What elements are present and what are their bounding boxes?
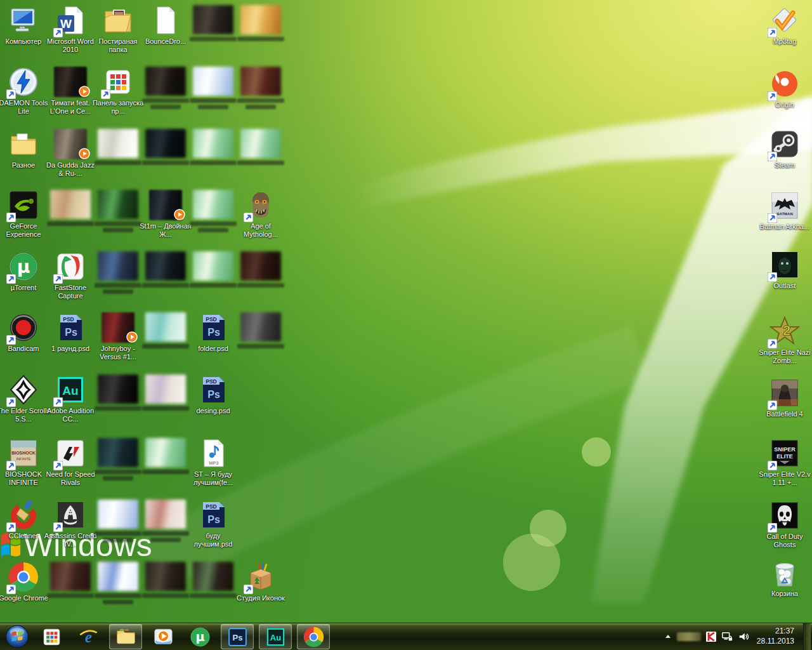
blurred-desktop-item[interactable] [91,438,145,481]
sniper-elite-v2[interactable]: SNIPERELITESniper Elite V2.v 1.11 +... [757,438,812,487]
blurred-desktop-item[interactable] [138,129,193,165]
timati-feat-lone-video-icon [54,67,87,97]
blurred-desktop-item[interactable] [91,562,145,604]
blurred-desktop-item[interactable] [233,251,288,288]
adobe-audition-cc[interactable]: AuAdobe Audition CC... [43,375,98,423]
show-desktop-button[interactable] [803,623,811,650]
utorrent-icon: µ [8,251,39,282]
blurred-desktop-item[interactable] [91,375,145,411]
batman-arkham[interactable]: BATMANBatman Arkha... [757,190,812,231]
johnyboy-versus-video[interactable]: Johnyboy - Versus #1... [91,312,145,361]
recycle-bin[interactable]: Корзина [757,557,812,598]
icon-label: ST – Я буду лучшим(fe... [186,470,240,487]
clock-date: 28.11.2013 [757,637,794,647]
blurred-desktop-item[interactable] [138,67,193,109]
sniper-elite-nazi-zombie-icon: 2 [769,316,800,347]
1-raund-psd[interactable]: PSDPs1 раунд.psd [43,312,98,353]
need-for-speed-rivals[interactable]: Need for Speed Rivals [43,438,98,487]
blurred-desktop-item[interactable] [186,67,240,109]
sniper-elite-v2-icon: SNIPERELITE [769,438,800,468]
blurred-desktop-item[interactable] [233,129,288,165]
icon-label: FastStone Capture [43,284,98,300]
volume-icon[interactable] [738,631,749,642]
blurred-icon-label [246,105,276,109]
da-gudda-jazz-video[interactable]: Da Gudda Jazz & Ru-... [43,129,98,178]
st1m-dvoinaya-video-icon [149,190,182,220]
blurred-thumbnail-icon [50,562,91,591]
blurred-thumbnail [50,190,91,219]
blurred-desktop-item[interactable] [138,251,193,288]
studiya-ikonok[interactable]: Студия Иконок [233,562,288,602]
photoshop-button[interactable]: Ps [221,624,254,649]
outlast[interactable]: Outlast [757,249,812,290]
blurred-thumbnail [98,375,138,404]
blurred-desktop-item[interactable] [43,190,98,226]
blurred-desktop-item[interactable] [138,500,193,542]
bouncedro-file-icon [150,5,181,36]
call-of-duty-ghosts[interactable]: Call of Duty Ghosts [757,500,812,549]
blurred-desktop-item[interactable] [186,251,240,288]
svg-text:BATMAN: BATMAN [776,212,793,216]
blurred-desktop-item[interactable] [91,190,145,232]
internet-explorer-icon: e [78,627,99,647]
panel-zapuska-programm[interactable]: Панель запуска пр... [91,67,145,116]
steam[interactable]: Steam [757,129,812,169]
utorrent-button[interactable]: µ [184,625,216,649]
recycle-bin-icon [769,557,800,588]
kaspersky-icon[interactable] [706,632,716,642]
blurred-thumbnail [240,251,281,281]
blurred-desktop-item[interactable] [138,312,193,348]
audition-button[interactable]: Au [259,624,292,649]
budu-luchshim-psd[interactable]: PSDPsбуду лучшим.psd [186,500,240,548]
blurred-desktop-item[interactable] [233,5,288,41]
start-button[interactable] [5,625,29,649]
blurred-thumbnail-icon [145,375,186,404]
folder-psd[interactable]: PSDPsfolder.psd [186,312,240,353]
timati-feat-lone-video[interactable]: Тимати feat. L'One и Се... [43,67,98,116]
blurred-desktop-item[interactable] [138,438,193,474]
blurred-desktop-item[interactable] [91,129,145,165]
sniper-elite-nazi-zombie[interactable]: 2Sniper Elite Nazi Zomb... [757,316,812,365]
folder-psd-icon: PSDPs [198,312,228,343]
clock[interactable]: 21:37 28.11.2013 [757,627,794,646]
network-icon[interactable] [721,631,733,642]
blurred-desktop-item[interactable] [233,67,288,109]
postiranaya-papka-folder[interactable]: Постираная папка [91,5,145,54]
blurred-desktop-item[interactable] [186,190,240,232]
blurred-desktop-item[interactable] [233,312,288,348]
origin[interactable]: Origin [757,69,812,109]
assassins-creed-iv[interactable]: Assassins Creed IV... [43,500,98,548]
microsoft-word-2010[interactable]: WMicrosoft Word 2010 [43,5,98,54]
blurred-thumbnail-icon [145,500,186,529]
blurred-thumbnail-icon [145,438,186,467]
blurred-desktop-item[interactable] [91,251,145,294]
blurred-desktop-item[interactable] [186,562,240,598]
st1m-dvoinaya-video[interactable]: St1m – Двойная Ж... [138,190,193,239]
internet-explorer-button[interactable]: e [72,625,104,649]
windows-explorer-button[interactable] [109,624,142,649]
battlefield-4[interactable]: Battlefield 4 [757,378,812,418]
bouncedro-file[interactable]: BounceDro... [138,5,193,46]
hidden-icons-chevron[interactable] [664,633,672,640]
blurred-icon-label [190,594,237,598]
blurred-desktop-item[interactable] [138,562,193,598]
shortcut-arrow-icon [768,523,777,533]
app-launcher-button[interactable] [36,625,67,649]
chrome-button[interactable] [297,624,330,649]
blurred-desktop-item[interactable] [138,375,193,411]
age-of-mythology[interactable]: Age of Mytholog... [233,190,288,239]
faststone-capture[interactable]: FastStone Capture [43,251,98,300]
blurred-desktop-item[interactable] [43,562,98,598]
shortcut-arrow-icon [768,339,777,348]
desing-psd[interactable]: PSDPsdesing.psd [186,375,240,415]
blurred-desktop-item[interactable] [186,129,240,165]
mp3tag[interactable]: Mp3tag [757,5,812,46]
blurred-desktop-item[interactable] [91,500,145,542]
st-ya-budu-luchshim-mp3[interactable]: MP3ST – Я буду лучшим(fe... [186,438,240,487]
language-indicator-blurred[interactable] [677,632,701,641]
windows-media-player-button[interactable] [147,625,179,649]
blurred-thumbnail-icon [193,129,233,158]
blurred-icon-label [142,344,189,348]
blurred-desktop-item[interactable] [186,5,240,41]
blurred-thumbnail [240,67,281,96]
